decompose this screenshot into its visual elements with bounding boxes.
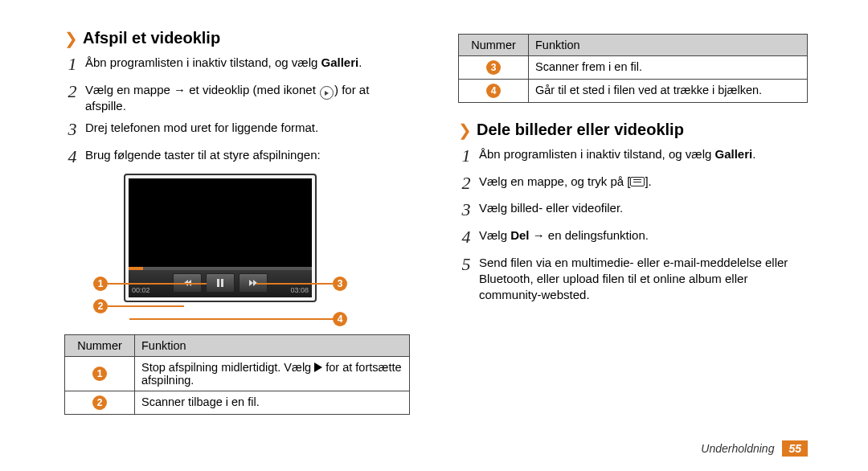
step-number: 4 [64,145,80,169]
number-circle-icon: 4 [486,84,501,98]
pause-button [206,273,235,293]
step-text: Drej telefonen mod uret for liggende for… [85,117,410,136]
play-circle-icon [320,86,334,100]
step-text: Send filen via en multimedie- eller e-ma… [479,252,808,304]
table-row: 2 Scanner tilbage i en fil. [65,391,410,414]
right-column: Nummer Funktion 3 Scanner frem i en fil.… [434,0,868,471]
step-text: Åbn programlisten i inaktiv tilstand, og… [479,144,808,162]
callout-line [108,305,184,307]
callout-line [129,318,334,320]
table-header-row: Nummer Funktion [459,35,808,56]
cell-key: 4 [459,80,529,103]
th-nummer: Nummer [459,35,529,56]
number-circle-icon: 2 [92,395,107,410]
step-number: 3 [64,117,80,141]
callout-line [108,283,207,285]
step-2: 2 Vælg en mappe, og tryk på []. [458,171,808,195]
cell-key: 3 [459,56,529,80]
cell-desc: Stop afspilning midlertidigt. Vælg for a… [135,356,410,391]
cell-desc: Scanner frem i en fil. [529,56,808,80]
callout-1: 1 [93,276,108,291]
function-table-left: Nummer Funktion 1 Stop afspilning midler… [64,334,410,415]
step-1: 1 Åbn programlisten i inaktiv tilstand, … [458,144,808,168]
step-number: 2 [458,171,474,195]
table-row: 4 Går til et sted i filen ved at trække … [459,80,808,103]
callout-2: 2 [93,299,108,313]
step-2: 2 Vælg en mappe → et videoklip (med ikon… [64,80,410,115]
left-column: ❯ Afspil et videoklip 1 Åbn programliste… [0,0,434,471]
table-row: 1 Stop afspilning midlertidigt. Vælg for… [65,356,410,391]
step-number: 1 [64,52,80,76]
step-4: 4 Brug følgende taster til at styre afsp… [64,145,410,169]
step-number: 4 [458,225,474,249]
step-4: 4 Vælg Del → en delingsfunktion. [458,225,808,249]
footer-section: Underholdning [701,442,774,455]
step-number: 5 [458,252,474,276]
function-table-right: Nummer Funktion 3 Scanner frem i en fil.… [458,34,808,103]
step-number: 2 [64,80,80,104]
callout-line [256,283,333,285]
cell-key: 1 [65,356,135,391]
step-number: 3 [458,198,474,222]
step-text: Brug følgende taster til at styre afspil… [85,145,410,163]
number-circle-icon: 3 [486,60,501,75]
step-3: 3 Vælg billed- eller videofiler. [458,198,808,222]
video-player-illustration: 00:02 03:08 1 2 3 4 [84,174,357,326]
step-text: Åbn programlisten i inaktiv tilstand, og… [85,52,410,71]
cell-key: 2 [65,391,135,414]
number-circle-icon: 1 [92,367,107,381]
heading-text: Dele billeder eller videoklip [477,121,684,139]
step-text: Vælg Del → en delingsfunktion. [479,225,808,244]
section-heading-dele: ❯ Dele billeder eller videoklip [458,121,808,139]
table-row: 3 Scanner frem i en fil. [459,56,808,80]
step-number: 1 [458,144,474,168]
step-1: 1 Åbn programlisten i inaktiv tilstand, … [64,52,410,76]
progress-bar [129,267,312,270]
step-3: 3 Drej telefonen mod uret for liggende f… [64,117,410,141]
chevron-icon: ❯ [458,122,472,138]
th-nummer: Nummer [65,334,135,356]
chevron-icon: ❯ [64,31,78,47]
table-header-row: Nummer Funktion [65,334,410,356]
play-solid-icon [314,362,322,372]
step-text: Vælg en mappe, og tryk på []. [479,171,808,190]
callout-3: 3 [333,276,347,291]
control-bar: 00:02 03:08 [129,267,312,297]
step-text: Vælg en mappe → et videoklip (med ikonet… [85,80,410,115]
callout-4: 4 [333,312,347,326]
page-footer: Underholdning 55 [701,440,808,457]
video-screen: 00:02 03:08 [129,178,312,297]
th-funktion: Funktion [529,35,808,56]
step-text: Vælg billed- eller videofiler. [479,198,808,216]
progress-fill [129,267,143,270]
th-funktion: Funktion [135,334,410,356]
cell-desc: Scanner tilbage i en fil. [135,391,410,414]
heading-text: Afspil et videoklip [83,29,220,47]
cell-desc: Går til et sted i filen ved at trække i … [529,80,808,103]
menu-icon [630,177,645,186]
page-number: 55 [782,440,808,457]
section-heading-afspil: ❯ Afspil et videoklip [64,29,410,47]
step-5: 5 Send filen via en multimedie- eller e-… [458,252,808,304]
manual-page: ❯ Afspil et videoklip 1 Åbn programliste… [0,0,868,471]
